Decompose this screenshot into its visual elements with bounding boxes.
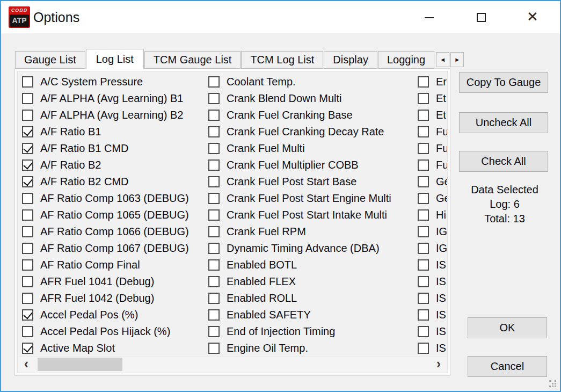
checkbox-unchecked-icon[interactable] — [208, 209, 220, 221]
log-list-item[interactable]: A/F ALPHA (Avg Learning) B2 — [22, 107, 207, 124]
checkbox-checked-icon[interactable] — [22, 143, 33, 154]
cancel-button[interactable]: Cancel — [468, 356, 547, 377]
checkbox-unchecked-icon[interactable] — [418, 309, 429, 321]
log-list-item[interactable]: A/F ALPHA (Avg Learning) B1 — [22, 90, 207, 107]
checkbox-unchecked-icon[interactable] — [208, 176, 220, 187]
checkbox-unchecked-icon[interactable] — [22, 293, 33, 304]
log-list-item[interactable]: IS — [418, 273, 448, 290]
log-list-item[interactable]: A/F Ratio B2 — [22, 157, 207, 173]
checkbox-unchecked-icon[interactable] — [208, 159, 220, 171]
checkbox-unchecked-icon[interactable] — [418, 176, 429, 187]
log-list-item[interactable]: Crank Fuel Multi — [208, 140, 417, 157]
log-list-item[interactable]: Dynamic Timing Advance (DBA) — [208, 240, 417, 257]
log-list-item[interactable]: AFR Fuel 1042 (Debug) — [22, 290, 207, 307]
log-list-item[interactable]: Et — [418, 90, 448, 107]
checkbox-unchecked-icon[interactable] — [22, 226, 33, 237]
checkbox-unchecked-icon[interactable] — [418, 343, 429, 354]
log-list-item[interactable]: Et — [418, 107, 448, 124]
log-list-item[interactable]: Accel Pedal Pos (%) — [22, 307, 207, 323]
log-list-item[interactable]: Fu — [418, 157, 448, 173]
log-list-item[interactable]: Accel Pedal Pos Hijack (%) — [22, 323, 207, 340]
scroll-right-icon[interactable]: › — [431, 357, 447, 372]
checkbox-unchecked-icon[interactable] — [208, 243, 220, 254]
checkbox-checked-icon[interactable] — [22, 159, 33, 171]
checkbox-unchecked-icon[interactable] — [418, 193, 429, 204]
checkbox-unchecked-icon[interactable] — [208, 309, 220, 321]
log-list-item[interactable]: IS — [418, 340, 448, 357]
checkbox-unchecked-icon[interactable] — [208, 259, 220, 271]
log-list-item[interactable]: IS — [418, 257, 448, 273]
log-list-item[interactable]: Crank Fuel Post Start Base — [208, 173, 417, 190]
checkbox-checked-icon[interactable] — [22, 343, 33, 354]
log-list-item[interactable]: Crank Fuel Multiplier COBB — [208, 157, 417, 173]
checkbox-unchecked-icon[interactable] — [418, 293, 429, 304]
log-list-item[interactable]: Er — [418, 74, 448, 90]
log-list-item[interactable]: IS — [418, 290, 448, 307]
tab-gauge-list[interactable]: Gauge List — [15, 51, 85, 69]
tab-logging[interactable]: Logging — [378, 51, 434, 69]
log-list-item[interactable]: Fu — [418, 140, 448, 157]
log-list-item[interactable]: A/C System Pressure — [22, 74, 207, 90]
horizontal-scrollbar[interactable]: ‹ › — [18, 356, 447, 372]
log-list-item[interactable]: End of Injection Timing — [208, 323, 417, 340]
log-list-item[interactable]: Crank Fuel Cranking Base — [208, 107, 417, 124]
log-list-item[interactable]: Enabled FLEX — [208, 273, 417, 290]
resize-grip-icon[interactable] — [549, 380, 557, 388]
log-list-item[interactable]: IS — [418, 323, 448, 340]
checkbox-unchecked-icon[interactable] — [22, 243, 33, 254]
tab-scroll-left-icon[interactable]: ◄ — [436, 52, 449, 67]
log-list-item[interactable]: IG — [418, 240, 448, 257]
log-list-item[interactable]: Crank Fuel Post Start Intake Multi — [208, 207, 417, 223]
tab-display[interactable]: Display — [324, 51, 377, 69]
log-list-item[interactable]: Engine Oil Temp. — [208, 340, 417, 357]
log-list-item[interactable]: A/F Ratio B1 — [22, 124, 207, 140]
log-list-item[interactable]: Ge — [418, 173, 448, 190]
log-list-item[interactable]: AF Ratio Comp 1065 (DEBUG) — [22, 207, 207, 223]
minimize-icon[interactable] — [425, 17, 434, 18]
checkbox-unchecked-icon[interactable] — [208, 343, 220, 354]
checkbox-unchecked-icon[interactable] — [418, 143, 429, 154]
checkbox-unchecked-icon[interactable] — [22, 209, 33, 221]
checkbox-unchecked-icon[interactable] — [208, 326, 220, 337]
checkbox-unchecked-icon[interactable] — [22, 110, 33, 121]
uncheck-all-button[interactable]: Uncheck All — [459, 112, 548, 133]
log-list-item[interactable]: Enabled BOTL — [208, 257, 417, 273]
checkbox-unchecked-icon[interactable] — [22, 76, 33, 88]
log-list-item[interactable]: Fu — [418, 124, 448, 140]
checkbox-checked-icon[interactable] — [22, 126, 33, 137]
log-list-item[interactable]: AF Ratio Comp 1067 (DEBUG) — [22, 240, 207, 257]
log-list-item[interactable]: Coolant Temp. — [208, 74, 417, 90]
tab-tcm-gauge-list[interactable]: TCM Gauge List — [144, 51, 241, 69]
checkbox-unchecked-icon[interactable] — [208, 110, 220, 121]
scrollbar-thumb[interactable] — [38, 358, 122, 371]
checkbox-unchecked-icon[interactable] — [22, 259, 33, 271]
checkbox-unchecked-icon[interactable] — [22, 326, 33, 337]
checkbox-unchecked-icon[interactable] — [208, 193, 220, 204]
log-list-item[interactable]: Active Map Slot — [22, 340, 207, 357]
checkbox-checked-icon[interactable] — [22, 309, 33, 321]
checkbox-unchecked-icon[interactable] — [22, 193, 33, 204]
checkbox-unchecked-icon[interactable] — [418, 226, 429, 237]
checkbox-unchecked-icon[interactable] — [418, 209, 429, 221]
checkbox-unchecked-icon[interactable] — [208, 143, 220, 154]
copy-to-gauge-button[interactable]: Copy To Gauge — [459, 72, 548, 93]
checkbox-unchecked-icon[interactable] — [418, 159, 429, 171]
log-list-item[interactable]: A/F Ratio B2 CMD — [22, 173, 207, 190]
log-list-item[interactable]: AF Ratio Comp 1063 (DEBUG) — [22, 190, 207, 207]
checkbox-unchecked-icon[interactable] — [22, 276, 33, 287]
log-list-item[interactable]: AF Ratio Comp Final — [22, 257, 207, 273]
checkbox-unchecked-icon[interactable] — [418, 243, 429, 254]
log-list-item[interactable]: A/F Ratio B1 CMD — [22, 140, 207, 157]
checkbox-unchecked-icon[interactable] — [418, 326, 429, 337]
scroll-left-icon[interactable]: ‹ — [18, 357, 34, 372]
maximize-icon[interactable] — [477, 13, 486, 22]
log-list-item[interactable]: Hi — [418, 207, 448, 223]
log-list-item[interactable]: AF Ratio Comp 1066 (DEBUG) — [22, 223, 207, 240]
log-list-item[interactable]: IS — [418, 307, 448, 323]
checkbox-unchecked-icon[interactable] — [22, 93, 33, 104]
checkbox-unchecked-icon[interactable] — [208, 226, 220, 237]
log-list-item[interactable]: Crank Fuel RPM — [208, 223, 417, 240]
log-list-item[interactable]: Enabled ROLL — [208, 290, 417, 307]
log-list-item[interactable]: Crank Fuel Post Start Engine Multi — [208, 190, 417, 207]
checkbox-unchecked-icon[interactable] — [418, 276, 429, 287]
